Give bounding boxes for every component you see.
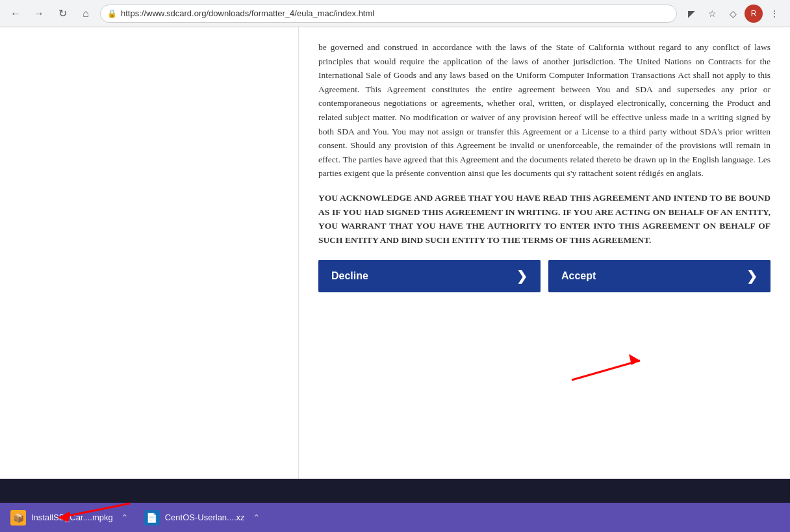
dark-separator bbox=[0, 479, 790, 503]
forward-button[interactable]: → bbox=[30, 5, 48, 23]
download-bar: 📦 InstallSD_Car....mpkg ⌃ 📄 CentOS-Userl… bbox=[0, 503, 790, 532]
download-chevron-1: ⌃ bbox=[121, 513, 129, 523]
text-panel: be governed and construed in accordance … bbox=[299, 27, 790, 479]
decline-label: Decline bbox=[331, 270, 368, 282]
back-button[interactable]: ← bbox=[6, 5, 25, 23]
address-bar[interactable]: 🔒 https://www.sdcard.org/downloads/forma… bbox=[100, 5, 677, 23]
button-row: Decline ❯ Accept ❯ bbox=[318, 260, 771, 292]
accept-button[interactable]: Accept ❯ bbox=[548, 260, 771, 292]
more-button[interactable]: ⋮ bbox=[765, 5, 784, 23]
left-panel bbox=[0, 27, 299, 479]
reload-button[interactable]: ↻ bbox=[53, 5, 71, 23]
browser-chrome: ← → ↻ ⌂ 🔒 https://www.sdcard.org/downloa… bbox=[0, 0, 790, 27]
download-item-1[interactable]: 📦 InstallSD_Car....mpkg ⌃ bbox=[10, 510, 129, 526]
download-item-2[interactable]: 📄 CentOS-Userlan....xz ⌃ bbox=[144, 510, 261, 526]
download-item-1-name: InstallSD_Car....mpkg bbox=[31, 513, 113, 522]
xz-icon: 📄 bbox=[144, 510, 160, 526]
lock-icon: 🔒 bbox=[107, 9, 117, 18]
download-item-2-name: CentOS-Userlan....xz bbox=[165, 513, 245, 522]
accept-arrow-icon: ❯ bbox=[746, 268, 758, 284]
main-content: be governed and construed in accordance … bbox=[0, 27, 790, 479]
decline-button[interactable]: Decline ❯ bbox=[318, 260, 541, 292]
extensions-button[interactable]: ◇ bbox=[724, 5, 742, 23]
body-paragraph-1: be governed and construed in accordance … bbox=[318, 40, 771, 181]
body-paragraph-2: YOU ACKNOWLEDGE AND AGREE THAT YOU HAVE … bbox=[318, 191, 771, 247]
profile-button[interactable]: R bbox=[745, 5, 763, 23]
home-button[interactable]: ⌂ bbox=[77, 5, 95, 23]
url-text: https://www.sdcard.org/downloads/formatt… bbox=[121, 8, 670, 18]
mpkg-icon: 📦 bbox=[10, 510, 26, 526]
cast-button[interactable]: ◤ bbox=[682, 5, 700, 23]
browser-actions: ◤ ☆ ◇ R ⋮ bbox=[682, 5, 784, 23]
decline-arrow-icon: ❯ bbox=[516, 268, 528, 284]
accept-label: Accept bbox=[561, 270, 596, 282]
download-chevron-2: ⌃ bbox=[253, 513, 261, 523]
bookmark-button[interactable]: ☆ bbox=[703, 5, 721, 23]
